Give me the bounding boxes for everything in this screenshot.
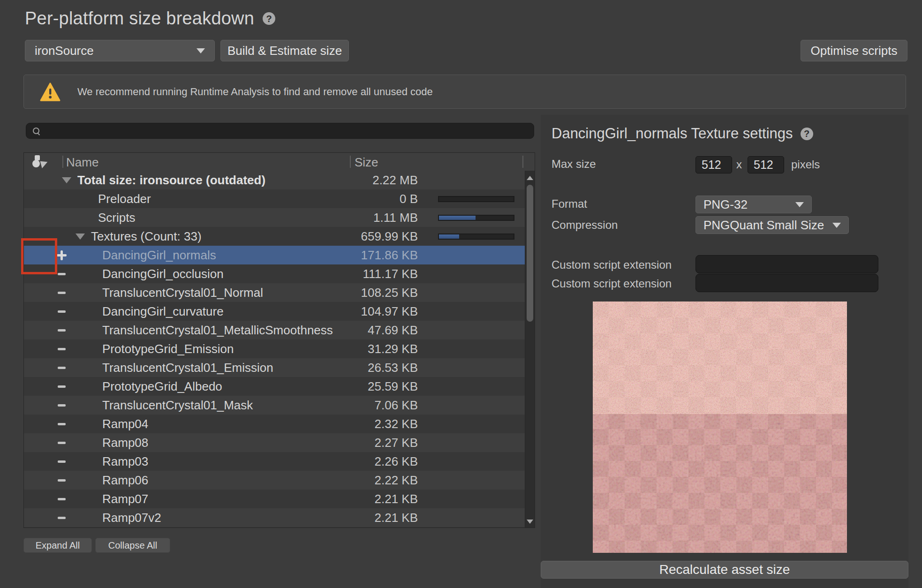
collapse-row-icon[interactable] xyxy=(52,283,71,302)
scroll-up-arrow-icon[interactable] xyxy=(525,173,535,183)
help-icon[interactable]: ? xyxy=(263,12,275,25)
vertical-scrollbar[interactable] xyxy=(525,171,535,528)
compression-dropdown-value: PNGQuant Small Size xyxy=(703,218,832,233)
foldout-triangle-icon[interactable] xyxy=(62,177,71,183)
texture-settings-panel: DancingGirl_normals Texture settings ? M… xyxy=(541,115,908,588)
warning-banner: We recommend running Runtime Analysis to… xyxy=(23,75,906,109)
column-header-name[interactable]: Name xyxy=(66,155,98,170)
collapse-row-icon[interactable] xyxy=(52,302,71,321)
table-row[interactable]: TranslucentCrystal01_MetallicSmoothness4… xyxy=(24,321,525,339)
custom-script-extension-input-1[interactable] xyxy=(695,255,878,273)
table-row[interactable]: TranslucentCrystal01_Mask7.06 KB xyxy=(24,396,525,415)
row-name: TranslucentCrystal01_Normal xyxy=(102,286,263,300)
column-header-size[interactable]: Size xyxy=(355,155,378,170)
row-name: TranslucentCrystal01_Emission xyxy=(102,361,273,375)
collapse-row-icon[interactable] xyxy=(52,452,71,471)
row-name: TranslucentCrystal01_Mask xyxy=(102,398,253,413)
row-name: DancingGirl_curvature xyxy=(102,304,224,319)
custom-script-extension-input-2[interactable] xyxy=(695,274,878,292)
inspector-title: DancingGirl_normals Texture settings xyxy=(552,125,793,142)
collapse-row-icon[interactable] xyxy=(52,396,71,415)
compression-label: Compression xyxy=(552,219,618,232)
row-size: 104.97 KB xyxy=(350,304,418,319)
page-header: Per-platform size breakdown ? xyxy=(25,8,275,29)
texture-preview-image xyxy=(593,302,847,553)
row-size: 47.69 KB xyxy=(350,323,418,338)
row-name: DancingGirl_normals xyxy=(102,248,216,263)
inspector-help-icon[interactable]: ? xyxy=(801,128,813,140)
collapse-row-icon[interactable] xyxy=(52,415,71,433)
max-size-width-input[interactable]: 512 xyxy=(695,156,732,173)
row-name: Ramp04 xyxy=(102,417,148,431)
row-size: 659.99 KB xyxy=(350,229,418,244)
row-size: 2.26 KB xyxy=(350,454,418,469)
collapse-row-icon[interactable] xyxy=(52,433,71,452)
row-name: Ramp06 xyxy=(102,473,148,488)
row-size: 31.29 KB xyxy=(350,342,418,356)
chevron-down-icon xyxy=(795,202,804,207)
table-row[interactable]: Ramp062.22 KB xyxy=(24,471,525,490)
table-rows: Total size: ironsource (outdated)2.22 MB… xyxy=(24,171,525,528)
chevron-down-icon xyxy=(832,223,841,228)
row-size: 111.17 KB xyxy=(350,267,418,281)
table-row[interactable]: Ramp082.27 KB xyxy=(24,433,525,452)
table-row[interactable]: Ramp072.21 KB xyxy=(24,490,525,508)
row-size: 2.21 KB xyxy=(350,511,418,525)
table-row[interactable]: Scripts1.11 MB xyxy=(24,208,525,227)
warning-text: We recommend running Runtime Analysis to… xyxy=(77,86,433,98)
row-size: 171.86 KB xyxy=(350,248,418,263)
table-row[interactable]: TranslucentCrystal01_Normal108.25 KB xyxy=(24,283,525,302)
scrollbar-thumb[interactable] xyxy=(527,185,533,322)
collapse-row-icon[interactable] xyxy=(52,339,71,358)
table-row[interactable]: TranslucentCrystal01_Emission26.53 KB xyxy=(24,358,525,377)
table-row[interactable]: DancingGirl_normals171.86 KB xyxy=(24,246,525,264)
recalculate-asset-size-button[interactable]: Recalculate asset size xyxy=(541,561,908,579)
size-bar xyxy=(438,234,514,240)
table-row[interactable]: PrototypeGrid_Emission31.29 KB xyxy=(24,339,525,358)
search-icon xyxy=(33,128,40,135)
format-dropdown[interactable]: PNG-32 xyxy=(695,196,812,213)
row-size: 108.25 KB xyxy=(350,286,418,300)
table-row[interactable]: Textures (Count: 33)659.99 KB xyxy=(24,227,525,246)
collapse-row-icon[interactable] xyxy=(52,358,71,377)
row-size: 2.22 MB xyxy=(350,173,418,188)
row-name: Ramp08 xyxy=(102,436,148,450)
custom-script-extension-label-1: Custom script extension xyxy=(552,258,672,271)
collapse-row-icon[interactable] xyxy=(52,377,71,396)
row-name: Scripts xyxy=(98,211,135,225)
build-estimate-size-button[interactable]: Build & Estimate size xyxy=(220,40,349,61)
collapse-row-icon[interactable] xyxy=(52,471,71,490)
warning-icon xyxy=(40,82,60,102)
max-size-height-input[interactable]: 512 xyxy=(748,156,784,173)
row-name: Ramp07v2 xyxy=(102,511,161,525)
table-row[interactable]: Ramp032.26 KB xyxy=(24,452,525,471)
collapse-row-icon[interactable] xyxy=(52,508,71,527)
collapse-all-button[interactable]: Collapse All xyxy=(95,538,170,553)
collapse-row-icon[interactable] xyxy=(52,490,71,508)
row-size: 2.32 KB xyxy=(350,417,418,431)
table-row[interactable]: Ramp07v22.21 KB xyxy=(24,508,525,527)
search-input[interactable] xyxy=(26,123,534,139)
table-row[interactable]: Ramp042.32 KB xyxy=(24,415,525,433)
column-settings-icon[interactable] xyxy=(32,155,46,168)
platform-dropdown-value: ironSource xyxy=(35,44,196,58)
row-size: 2.22 KB xyxy=(350,473,418,488)
scroll-down-arrow-icon[interactable] xyxy=(525,516,535,527)
collapse-row-icon[interactable] xyxy=(52,321,71,339)
table-row[interactable]: Total size: ironsource (outdated)2.22 MB xyxy=(24,171,525,189)
optimise-scripts-button[interactable]: Optimise scripts xyxy=(801,40,907,61)
table-row[interactable]: PrototypeGrid_Albedo25.59 KB xyxy=(24,377,525,396)
expand-all-button[interactable]: Expand All xyxy=(23,538,92,553)
row-size: 25.59 KB xyxy=(350,379,418,394)
row-size: 2.21 KB xyxy=(350,492,418,506)
table-row[interactable]: DancingGirl_occlusion111.17 KB xyxy=(24,264,525,283)
format-dropdown-value: PNG-32 xyxy=(703,197,795,212)
compression-dropdown[interactable]: PNGQuant Small Size xyxy=(695,216,849,234)
max-size-separator: x xyxy=(736,158,742,171)
row-name: Textures (Count: 33) xyxy=(91,229,202,244)
platform-dropdown[interactable]: ironSource xyxy=(25,40,215,61)
foldout-triangle-icon[interactable] xyxy=(76,234,85,240)
table-row[interactable]: DancingGirl_curvature104.97 KB xyxy=(24,302,525,321)
table-row[interactable]: Preloader0 B xyxy=(24,189,525,208)
header-divider xyxy=(522,156,523,168)
